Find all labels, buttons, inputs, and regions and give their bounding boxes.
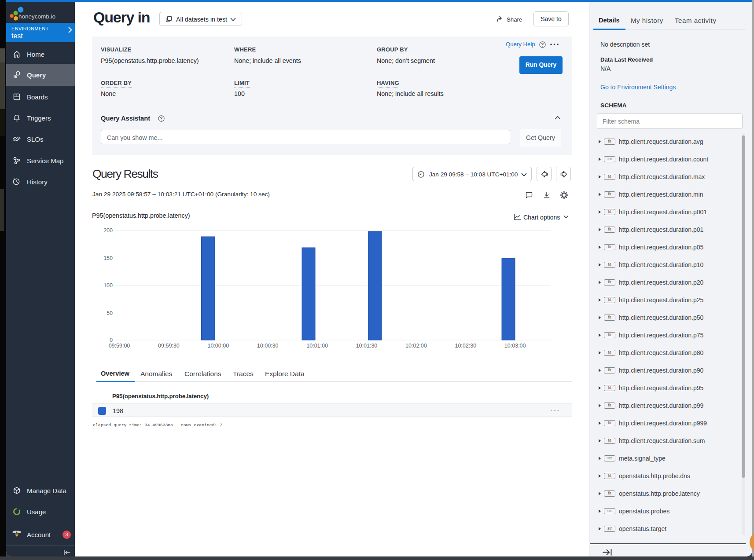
svg-text:10:03:00: 10:03:00 <box>504 343 526 349</box>
svg-text:150: 150 <box>103 255 113 261</box>
svg-text:10:01:30: 10:01:30 <box>356 343 378 349</box>
svg-text:09:59:00: 09:59:00 <box>109 343 130 349</box>
svg-text:09:59:30: 09:59:30 <box>158 343 180 349</box>
svg-text:10:01:00: 10:01:00 <box>306 343 328 349</box>
svg-text:100: 100 <box>103 282 113 289</box>
svg-text:10:00:00: 10:00:00 <box>207 343 229 349</box>
svg-text:10:02:00: 10:02:00 <box>405 343 427 349</box>
svg-text:10:02:30: 10:02:30 <box>455 343 476 349</box>
svg-text:50: 50 <box>107 310 113 316</box>
svg-text:200: 200 <box>103 227 113 234</box>
svg-text:10:00:30: 10:00:30 <box>257 343 279 349</box>
svg-text:0: 0 <box>110 337 113 343</box>
